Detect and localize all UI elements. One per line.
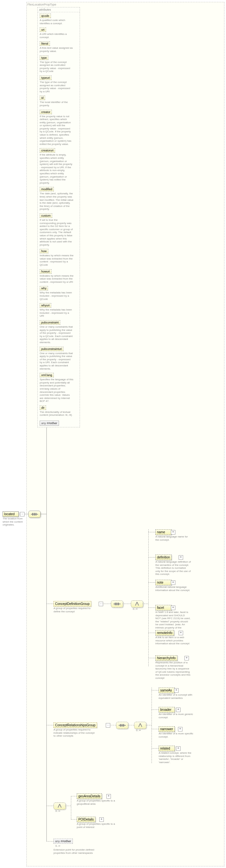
elem-sameAs[interactable]: sameAs xyxy=(159,687,175,693)
crg-label: ConceptRelationshipsGroup xyxy=(55,723,96,727)
attr-id[interactable]: id xyxy=(40,96,45,100)
elem-name-expand[interactable]: + xyxy=(171,530,175,534)
poi-label: POIDetails xyxy=(78,818,94,821)
geo-area-details[interactable]: geoAreaDetails xyxy=(77,794,102,799)
crg-sequence[interactable] xyxy=(116,722,128,729)
elem-hierarchyInfo[interactable]: hierarchyInfo xyxy=(155,655,177,661)
attr-why[interactable]: why xyxy=(40,286,48,290)
attr-custom[interactable]: custom xyxy=(40,213,52,218)
concept-relationships-group[interactable]: ConceptRelationshipsGroup xyxy=(53,722,97,728)
elem-remoteInfo-desc: A link to an item or a web resource whic… xyxy=(155,636,191,645)
elem-note[interactable]: note xyxy=(155,580,172,585)
any-elem-occ: 0..∞ xyxy=(55,844,60,847)
attr-creatoruri[interactable]: creatoruri xyxy=(40,148,55,153)
attr-modified-desc: The date (and, optionally, the time) whe… xyxy=(40,192,74,211)
attr-pubconstraint[interactable]: pubconstraint xyxy=(40,320,60,325)
elem-narrower[interactable]: narrower xyxy=(159,726,175,732)
elem-definition-expand[interactable]: + xyxy=(179,555,183,560)
elem-facet-expand[interactable]: + xyxy=(171,606,175,610)
elem-sameAs-desc: An identifier of a concept with equivale… xyxy=(159,693,194,700)
crg-choice[interactable] xyxy=(134,722,146,729)
sequence-icon xyxy=(113,602,121,606)
geo-expand[interactable]: + xyxy=(106,794,111,799)
elem-hierarchyInfo-expand[interactable]: + xyxy=(184,656,189,660)
elem-remoteInfo-expand[interactable]: + xyxy=(179,631,183,635)
elem-remoteInfo[interactable]: remoteInfo xyxy=(155,630,174,636)
sequence-icon xyxy=(31,512,38,516)
poi-desc: A group of properties specific to a poin… xyxy=(77,823,119,829)
attr-how-desc: Indicates by which means the value was e… xyxy=(40,254,74,266)
located-element[interactable]: located xyxy=(3,511,19,517)
attr-type-desc: The type of the concept assigned as cont… xyxy=(40,61,74,73)
attributes-header: attributes xyxy=(38,7,80,12)
choice-icon xyxy=(137,723,143,727)
elem-narrower-expand[interactable]: + xyxy=(178,727,183,732)
elem-note-desc: Additional natural language information … xyxy=(155,586,191,592)
elem-related-expand[interactable]: + xyxy=(176,746,181,751)
attr-qcode-desc: A qualified code which identifies a conc… xyxy=(40,19,74,25)
any-attribute[interactable]: any ##other xyxy=(40,421,59,426)
elem-definition-desc: A natural language definition of the sem… xyxy=(155,560,191,576)
elem-facet-desc: In NAR 1.8 and later, facet is deprecate… xyxy=(155,611,191,632)
cdg-choice[interactable] xyxy=(131,600,143,608)
crg-occ: 0..∞ xyxy=(136,729,141,732)
attr-typeuri-desc: The type of the concept assigned as cont… xyxy=(40,81,74,93)
attr-howuri-desc: Indicates by which means the value was e… xyxy=(40,274,74,284)
located-label: located xyxy=(4,512,14,516)
geo-poi-choice[interactable] xyxy=(53,803,66,810)
geo-label: geoAreaDetails xyxy=(78,795,100,798)
elem-broader[interactable]: broader xyxy=(159,707,175,712)
elem-note-expand[interactable]: + xyxy=(171,580,175,585)
attr-pubconstraint-desc: One or many constraints that apply to pu… xyxy=(40,326,74,344)
elem-definition[interactable]: definition xyxy=(155,555,172,560)
attr-whyuri[interactable]: whyuri xyxy=(40,303,51,308)
elem-hierarchyInfo-desc: Represents the position of a concept in … xyxy=(155,661,191,680)
attr-type[interactable]: type xyxy=(40,56,48,60)
attr-custom-desc: If set to true the corresponding propert… xyxy=(40,219,74,246)
any-elem-desc: Extension point for provider-defined pro… xyxy=(53,848,96,855)
crg-desc: A group of properties required to indica… xyxy=(53,728,96,738)
attr-literal[interactable]: literal xyxy=(40,41,50,46)
attr-typeuri[interactable]: typeuri xyxy=(40,75,51,80)
cdg-label: ConceptDefinitionGroup xyxy=(55,602,89,606)
attr-creator-desc: If the property value is not defined, sp… xyxy=(40,115,74,146)
attr-modified[interactable]: modified xyxy=(40,187,54,191)
attr-creatoruri-desc: If the attribute is empty, specifies whi… xyxy=(40,153,74,184)
poi-expand[interactable]: + xyxy=(99,817,104,822)
poi-details[interactable]: POIDetails xyxy=(77,817,96,822)
cdg-sequence[interactable] xyxy=(111,600,123,608)
elem-sameAs-expand[interactable]: + xyxy=(174,688,179,693)
elem-broader-desc: An identifier of a more generic concept. xyxy=(159,713,194,719)
attr-creator[interactable]: creator xyxy=(40,110,52,114)
any-element[interactable]: any ##other xyxy=(53,839,73,844)
located-expand[interactable]: - xyxy=(20,512,25,517)
elem-related[interactable]: related xyxy=(159,746,175,751)
elem-facet[interactable]: facet xyxy=(155,605,172,611)
sequence-icon xyxy=(119,723,126,727)
concept-definition-group[interactable]: ConceptDefinitionGroup xyxy=(53,601,91,607)
attr-uri[interactable]: uri xyxy=(40,27,46,32)
attr-pubconstrainturi[interactable]: pubconstrainturi xyxy=(40,347,64,351)
main-sequence[interactable] xyxy=(28,511,41,518)
geo-poi-occ: 0..∞ xyxy=(55,810,60,812)
elem-broader-expand[interactable]: + xyxy=(176,708,181,712)
attr-xml:lang[interactable]: xml:lang xyxy=(40,373,54,377)
elem-name-desc: A natural language name for the concept. xyxy=(155,535,191,541)
attr-how[interactable]: how xyxy=(40,249,48,253)
attr-dir-desc: The directionality of textual content (e… xyxy=(40,411,74,417)
attr-howuri[interactable]: howuri xyxy=(40,269,51,274)
any-attr-ns: ##other xyxy=(47,422,58,425)
any-element-ns: ##other xyxy=(61,840,71,843)
attributes-box: attributes qcodeA qualified code which i… xyxy=(37,7,80,427)
attr-whyuri-desc: Why the metadata has been included - exp… xyxy=(40,308,74,318)
cdg-desc: A group of properties required to define… xyxy=(53,607,96,613)
elem-narrower-desc: An identifier of a more specific concept… xyxy=(159,732,194,738)
choice-icon xyxy=(57,804,63,808)
elem-name[interactable]: name xyxy=(155,529,172,535)
attr-qcode[interactable]: qcode xyxy=(40,13,51,18)
attr-dir[interactable]: dir xyxy=(40,405,46,410)
attr-id-desc: The local identifier of the property. xyxy=(40,101,74,107)
cdg-occ: 0..∞ xyxy=(133,608,138,611)
any-element-label: any xyxy=(55,840,60,843)
attr-xml:lang-desc: Specifies the language of this property … xyxy=(40,378,74,403)
